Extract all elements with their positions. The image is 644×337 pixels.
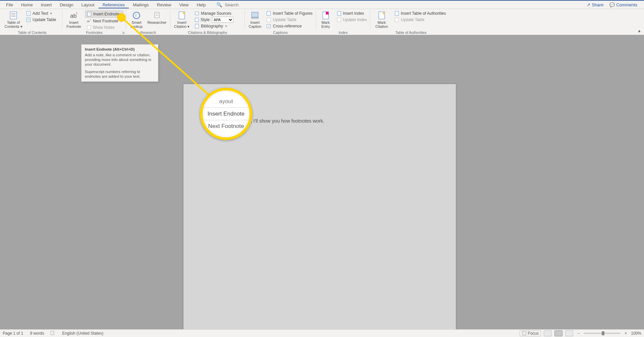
update-captions-icon — [266, 17, 271, 22]
search-box[interactable]: 🔍 Search — [216, 2, 238, 7]
svg-rect-0 — [10, 12, 17, 19]
researcher-icon — [153, 11, 161, 20]
annotation-dot — [117, 13, 125, 21]
insert-caption-button[interactable]: Insert Caption — [247, 10, 263, 30]
cross-reference-button[interactable]: Cross-reference — [265, 23, 314, 29]
tab-design[interactable]: Design — [56, 1, 77, 8]
tab-references[interactable]: References — [99, 1, 129, 8]
cross-reference-icon — [266, 24, 271, 28]
share-button[interactable]: ↗ Share — [587, 2, 603, 7]
group-label-captions: Captions — [247, 30, 314, 35]
view-web-layout-button[interactable] — [565, 330, 573, 336]
svg-rect-9 — [88, 12, 91, 16]
insert-endnote-icon: i — [87, 12, 92, 16]
comments-label: Comments — [616, 2, 637, 7]
footnotes-dialog-launcher[interactable]: ⇲ — [122, 31, 125, 34]
zoom-slider[interactable] — [584, 333, 621, 334]
update-table-icon — [26, 17, 31, 22]
group-label-toc: Table of Contents — [4, 30, 60, 35]
svg-rect-20 — [195, 12, 199, 15]
insert-footnote-button[interactable]: ab1 Insert Footnote — [64, 10, 83, 30]
researcher-button[interactable]: Researcher — [147, 10, 167, 30]
search-placeholder: Search — [225, 2, 238, 7]
update-toa-icon — [394, 17, 399, 22]
tab-file[interactable]: File — [2, 1, 17, 8]
comments-icon: 💬 — [609, 2, 615, 7]
annotation-zoom-circle: ayout Insert Endnote Next Footnote — [200, 88, 252, 140]
group-label-toa: Table of Authorities — [372, 30, 449, 35]
tab-insert[interactable]: Insert — [37, 1, 56, 8]
zoom-line-2: Insert Endnote — [208, 109, 245, 119]
svg-text:i: i — [136, 13, 137, 18]
mark-citation-button[interactable]: Mark Citation — [372, 10, 391, 30]
status-page[interactable]: Page 1 of 1 — [3, 331, 23, 336]
group-label-footnotes: Footnotes — [64, 30, 124, 35]
table-of-contents-button[interactable]: Table of Contents ▾ — [4, 10, 23, 30]
update-index-icon — [337, 17, 341, 22]
insert-citation-icon — [177, 11, 186, 20]
svg-text:1: 1 — [90, 19, 91, 21]
tab-layout[interactable]: Layout — [77, 1, 99, 8]
svg-rect-33 — [395, 11, 399, 15]
search-icon: 🔍 — [216, 2, 222, 7]
svg-point-32 — [383, 12, 385, 14]
update-captions-table-button: Update Table — [265, 17, 314, 23]
zoom-line-1: ayout — [219, 96, 233, 107]
insert-endnote-tooltip: Insert Endnote (Alt+Ctrl+D) Add a note, … — [81, 44, 158, 82]
svg-text:i: i — [90, 12, 90, 14]
zoom-line-3: Next Footnote — [208, 121, 244, 132]
status-language[interactable]: English (United States) — [62, 331, 103, 336]
focus-mode-button[interactable]: Focus — [520, 330, 541, 336]
toa-icon — [394, 11, 399, 16]
svg-rect-37 — [522, 332, 526, 335]
smart-lookup-icon: i — [132, 11, 141, 20]
svg-rect-22 — [195, 24, 199, 28]
status-words[interactable]: 9 words — [30, 331, 44, 336]
zoom-in-button[interactable]: + — [623, 331, 628, 336]
tab-view[interactable]: View — [175, 1, 193, 8]
tab-help[interactable]: Help — [193, 1, 210, 8]
smart-lookup-button[interactable]: i Smart Lookup — [128, 10, 145, 30]
svg-point-19 — [183, 12, 185, 14]
insert-index-icon — [337, 11, 341, 16]
bibliography-icon — [195, 24, 199, 28]
svg-rect-36 — [51, 331, 54, 335]
insert-caption-icon — [251, 11, 259, 20]
status-bar: Page 1 of 1 9 words English (United Stat… — [0, 329, 644, 337]
bibliography-button[interactable]: Bibliography▾ — [193, 23, 235, 29]
ribbon: Table of Contents ▾ + Add Text▾ Update T… — [0, 9, 644, 36]
zoom-value[interactable]: 100% — [631, 331, 641, 336]
update-toa-button: Update Table — [393, 17, 447, 23]
style-icon — [195, 17, 199, 22]
insert-citation-button[interactable]: Insert Citation ▾ — [172, 10, 191, 30]
tab-review[interactable]: Review — [153, 1, 175, 8]
collapse-ribbon-button[interactable]: ▲ — [637, 28, 641, 33]
svg-rect-34 — [395, 18, 399, 22]
tooltip-paragraph-2: Superscript numbers referring to endnote… — [85, 69, 155, 79]
insert-index-button[interactable]: Insert Index — [335, 10, 368, 16]
zoom-out-button[interactable]: − — [576, 331, 581, 336]
view-print-layout-button[interactable] — [554, 330, 562, 336]
mark-entry-button[interactable]: Mark Entry — [318, 10, 333, 30]
focus-icon — [522, 331, 527, 336]
tab-mailings[interactable]: Mailings — [129, 1, 153, 8]
share-label: Share — [592, 2, 603, 7]
update-toc-button[interactable]: Update Table — [25, 17, 58, 23]
update-index-button: Update Index — [335, 17, 368, 23]
group-label-index: Index — [318, 30, 368, 35]
comments-button[interactable]: 💬 Comments — [609, 2, 637, 7]
citation-style-field[interactable]: Style: APA — [193, 17, 235, 23]
svg-point-14 — [133, 12, 140, 19]
svg-rect-29 — [337, 11, 341, 15]
tooltip-title: Insert Endnote (Alt+Ctrl+D) — [85, 47, 155, 51]
add-text-button[interactable]: + Add Text▾ — [25, 10, 58, 16]
status-proofing-icon[interactable] — [51, 331, 55, 336]
group-label-citations: Citations & Bibliography — [172, 30, 243, 35]
citation-style-select[interactable]: APA — [212, 17, 233, 23]
insert-table-of-figures-button[interactable]: Insert Table of Figures — [265, 10, 314, 16]
view-read-mode-button[interactable] — [544, 330, 552, 336]
insert-table-of-authorities-button[interactable]: Insert Table of Authorities — [393, 10, 447, 16]
manage-sources-button[interactable]: Manage Sources — [193, 10, 235, 16]
tab-home[interactable]: Home — [17, 1, 37, 8]
insert-footnote-icon: ab1 — [69, 11, 78, 20]
